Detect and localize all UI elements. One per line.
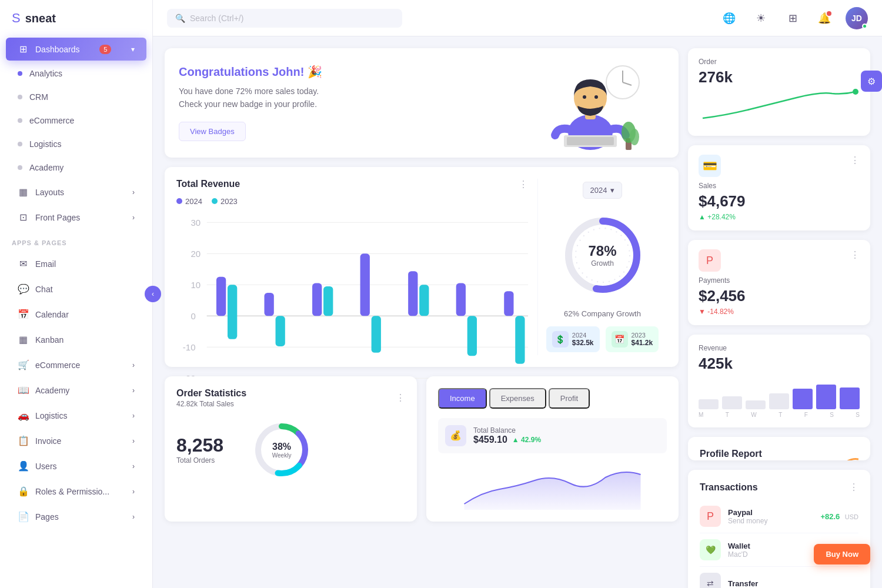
logistics-dot — [18, 142, 22, 146]
sidebar-item-front-pages[interactable]: ⊡ Front Pages › — [6, 206, 146, 229]
pages-arrow: › — [132, 513, 135, 521]
sidebar-item-analytics[interactable]: Analytics — [6, 63, 146, 84]
svg-rect-38 — [515, 316, 524, 364]
legend-2023-dot — [212, 198, 218, 204]
paypal-amount: +82.6 — [820, 512, 840, 521]
paypal-currency: USD — [845, 513, 858, 520]
payments-card: P ⋮ Payments $2,456 ▼ -14.82% — [688, 240, 870, 325]
logo-icon: S — [12, 11, 21, 26]
sidebar-item-email[interactable]: ✉ Email — [6, 252, 146, 275]
order-stats-menu[interactable]: ⋮ — [396, 392, 405, 403]
crm-dot — [18, 95, 22, 99]
person-svg — [532, 50, 649, 156]
sidebar-item-roles[interactable]: 🔒 Roles & Permissio... › — [6, 480, 146, 503]
sidebar-item-kanban[interactable]: ▦ Kanban — [6, 328, 146, 351]
revenue-menu[interactable]: ⋮ — [519, 179, 528, 190]
grid-icon[interactable]: ⊞ — [782, 8, 803, 29]
logo: S sneat — [0, 0, 152, 36]
sidebar-item-dashboards[interactable]: ⊞ Dashboards 5 ▾ — [6, 38, 146, 61]
transfer-name: Transfer — [728, 579, 858, 588]
sales-card-menu[interactable]: ⋮ — [850, 155, 860, 166]
sidebar-item-crm[interactable]: CRM — [6, 86, 146, 108]
topbar-right: 🌐 ☀ ⊞ 🔔 JD — [719, 7, 868, 29]
search-placeholder: Search (Ctrl+/) — [190, 14, 243, 23]
sales-change: ▲ +28.42% — [699, 213, 860, 221]
svg-point-9 — [594, 95, 598, 99]
svg-rect-5 — [567, 137, 614, 145]
growth-2023-year: 2023 — [632, 332, 653, 339]
year-select[interactable]: 2024 ▾ — [583, 182, 623, 199]
logistics2-arrow: › — [132, 412, 135, 420]
ecommerce2-arrow: › — [132, 361, 135, 369]
income-tab-profit[interactable]: Profit — [549, 388, 590, 409]
svg-line-2 — [623, 82, 632, 85]
income-chart-area — [438, 463, 667, 510]
chart-legend: 2024 2023 — [176, 197, 528, 206]
users-icon: 👤 — [18, 460, 28, 472]
academy2-arrow: › — [132, 386, 135, 395]
sidebar-item-academy[interactable]: Academy — [6, 157, 146, 178]
sidebar-item-academy2[interactable]: 📖 Academy › — [6, 379, 146, 402]
sidebar-item-chat[interactable]: 💬 Chat — [6, 278, 146, 300]
wallet-icon: 💚 — [700, 539, 721, 560]
legend-2023: 2023 — [212, 197, 238, 206]
buy-now-button[interactable]: Buy Now — [814, 544, 870, 564]
paypal-name: Paypal — [728, 508, 813, 517]
svg-rect-28 — [276, 316, 285, 346]
payments-change: ▼ -14.82% — [699, 308, 860, 316]
total-balance-value: $459.10 ▲ 42.9% — [473, 435, 541, 445]
sidebar-item-users[interactable]: 👤 Users › — [6, 455, 146, 477]
donut-label: Growth — [588, 259, 616, 268]
svg-rect-36 — [467, 316, 477, 356]
sidebar-item-pages[interactable]: 📄 Pages › — [6, 505, 146, 528]
revenue-bar-7 — [840, 387, 860, 410]
sidebar-item-logistics[interactable]: Logistics — [6, 133, 146, 155]
theme-icon[interactable]: ☀ — [750, 8, 771, 29]
sidebar-item-calendar[interactable]: 📅 Calendar — [6, 303, 146, 326]
profile-chart-svg — [782, 449, 858, 460]
avatar[interactable]: JD — [846, 7, 868, 29]
legend-2024-dot — [176, 198, 182, 204]
income-tab-income[interactable]: Income — [438, 388, 487, 409]
svg-rect-25 — [216, 277, 226, 316]
front-pages-icon: ⊡ — [18, 212, 28, 223]
company-growth-text: 62% Company Growth — [564, 309, 641, 318]
transfer-icon: ⇄ — [700, 573, 721, 588]
order-weekly-label: Weekly — [272, 452, 292, 458]
revenue-bar-3 — [746, 400, 766, 409]
donut-percent: 78% — [588, 243, 616, 259]
svg-text:-10: -10 — [183, 342, 196, 352]
notification-icon[interactable]: 🔔 — [814, 8, 835, 29]
sidebar-item-ecommerce2[interactable]: 🛒 eCommerce › — [6, 353, 146, 376]
svg-rect-29 — [312, 283, 322, 316]
search-box[interactable]: 🔍 Search (Ctrl+/) — [167, 9, 402, 28]
analytics-dot — [18, 71, 22, 76]
calendar-label: Calendar — [35, 310, 69, 319]
users-label: Users — [35, 462, 57, 471]
email-icon: ✉ — [18, 258, 28, 269]
globe-icon[interactable]: 🌐 — [719, 8, 740, 29]
svg-text:10: 10 — [191, 280, 201, 290]
growth-items: 💲 2024 $32.5k 📅 2023 $41.2k — [546, 326, 659, 352]
payments-card-icon: P — [699, 249, 721, 272]
sidebar-item-layouts[interactable]: ▦ Layouts › — [6, 181, 146, 203]
sidebar-item-ecommerce[interactable]: eCommerce — [6, 110, 146, 131]
balance-change: ▲ 42.9% — [512, 436, 541, 444]
ecommerce2-label: eCommerce — [35, 360, 80, 370]
logo-text: sneat — [25, 12, 56, 25]
profile-report-title: Profile Report — [700, 449, 762, 459]
income-tab-expenses[interactable]: Expenses — [489, 388, 546, 409]
crm-label: CRM — [29, 92, 48, 102]
pages-label: Pages — [35, 512, 59, 522]
sidebar-item-invoice[interactable]: 📋 Invoice › — [6, 429, 146, 452]
sidebar-collapse-button[interactable]: ‹ — [145, 286, 161, 302]
revenue-donut-section: 2024 ▾ — [537, 179, 667, 355]
view-badges-button[interactable]: View Badges — [179, 122, 246, 141]
payments-menu[interactable]: ⋮ — [850, 249, 860, 260]
sidebar-item-logistics2[interactable]: 🚗 Logistics › — [6, 404, 146, 427]
order-weekly-percent: 38% — [272, 441, 292, 452]
transactions-menu[interactable]: ⋮ — [849, 482, 858, 493]
settings-button[interactable]: ⚙ — [861, 71, 882, 92]
transactions-title: Transactions — [700, 482, 758, 493]
kanban-icon: ▦ — [18, 334, 28, 345]
